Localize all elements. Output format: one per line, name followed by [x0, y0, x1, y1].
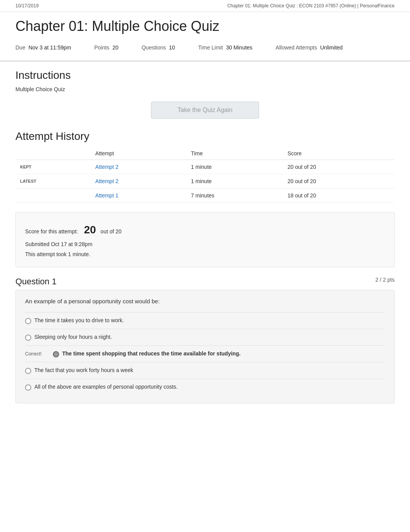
col-score: Score: [283, 147, 395, 160]
answer-row: All of the above are examples of persona…: [25, 384, 178, 391]
score-summary: Score for this attempt: 20 out of 20 Sub…: [15, 212, 395, 267]
answer-text: Sleeping only four hours a night.: [34, 334, 112, 340]
attempt-table: Attempt Time Score KEPTAttempt 21 minute…: [15, 147, 395, 203]
attempt-history: Attempt History Attempt Time Score KEPTA…: [15, 130, 395, 203]
table-row: KEPTAttempt 21 minute20 out of 20: [15, 160, 395, 174]
attempt-tag: KEPT: [15, 160, 91, 174]
breadcrumb: Chapter 01: Multiple Choice Quiz : ECON …: [227, 3, 395, 8]
take-quiz-button[interactable]: Take the Quiz Again: [151, 102, 259, 119]
points-label: Points: [94, 44, 109, 51]
correct-label: Correct!: [25, 350, 48, 357]
question-1-title: Question 1: [15, 277, 56, 287]
radio-circle[interactable]: [25, 318, 31, 324]
radio-circle[interactable]: [25, 384, 31, 391]
score-number: 20: [84, 224, 96, 236]
answer-row: The time spent shopping that reduces the…: [53, 350, 241, 357]
attempt-score: 18 out of 20: [283, 189, 395, 203]
answer-option: Sleeping only four hours a night.: [25, 329, 385, 345]
questions-label: Questions: [142, 44, 166, 51]
attempt-time: 1 minute: [186, 160, 283, 174]
due-item: Due Nov 3 at 11:59pm: [15, 44, 71, 51]
attempt-time: 7 minutes: [186, 189, 283, 203]
due-value: Nov 3 at 11:59pm: [29, 44, 71, 51]
attempt-history-title: Attempt History: [15, 130, 395, 143]
content: Instructions Multiple Choice Quiz Take t…: [0, 61, 410, 419]
answer-option: All of the above are examples of persona…: [25, 379, 385, 395]
attempt-link-cell[interactable]: Attempt 2: [91, 160, 186, 174]
attempt-link[interactable]: Attempt 1: [95, 192, 119, 199]
attempt-tag: LATEST: [15, 174, 91, 189]
attempt-tag: [15, 189, 91, 203]
answer-row: The fact that you work forty hours a wee…: [25, 367, 133, 374]
question-1-block: Question 1 2 / 2 pts An example of a per…: [15, 277, 395, 403]
radio-circle[interactable]: [25, 335, 31, 341]
col-attempt: Attempt: [91, 147, 186, 160]
radio-circle[interactable]: [53, 351, 59, 357]
allowed-item: Allowed Attempts Unlimited: [276, 44, 343, 51]
table-row: Attempt 17 minutes18 out of 20: [15, 189, 395, 203]
attempt-link[interactable]: Attempt 2: [95, 164, 119, 170]
answer-option: Correct!The time spent shopping that red…: [25, 345, 385, 362]
score-label: Score for this attempt:: [25, 228, 78, 235]
page-title: Chapter 01: Multiple Choice Quiz: [15, 18, 395, 34]
radio-circle[interactable]: [25, 368, 31, 374]
points-item: Points 20: [94, 44, 119, 51]
attempt-time: 1 minute: [186, 174, 283, 189]
answer-text: All of the above are examples of persona…: [34, 384, 178, 390]
attempt-score: 20 out of 20: [283, 160, 395, 174]
time-limit-item: Time Limit 30 Minutes: [198, 44, 252, 51]
attempt-link[interactable]: Attempt 2: [95, 178, 119, 184]
table-row: LATESTAttempt 21 minute20 out of 20: [15, 174, 395, 189]
attempt-score: 20 out of 20: [283, 174, 395, 189]
questions-item: Questions 10: [142, 44, 175, 51]
submitted-line: Submitted Oct 17 at 9:28pm: [25, 240, 385, 249]
answer-row: The time it takes you to drive to work.: [25, 317, 124, 324]
questions-value: 10: [169, 44, 175, 51]
allowed-value: Unlimited: [320, 44, 342, 51]
question-1-pts: 2 / 2 pts: [375, 277, 395, 283]
duration-line: This attempt took 1 minute.: [25, 250, 385, 259]
col-time: Time: [186, 147, 283, 160]
due-label: Due: [15, 44, 25, 51]
attempt-link-cell[interactable]: Attempt 2: [91, 174, 186, 189]
answer-text: The time it takes you to drive to work.: [34, 317, 124, 323]
page-header: Chapter 01: Multiple Choice Quiz Due Nov…: [0, 12, 410, 61]
date: 10/17/2019: [15, 3, 39, 8]
quiz-meta: Due Nov 3 at 11:59pm Points 20 Questions…: [15, 41, 395, 57]
answer-row: Sleeping only four hours a night.: [25, 334, 112, 341]
question-1-header: Question 1 2 / 2 pts: [15, 277, 395, 287]
time-limit-label: Time Limit: [198, 44, 223, 51]
attempt-link-cell[interactable]: Attempt 1: [91, 189, 186, 203]
instructions-text: Multiple Choice Quiz: [15, 86, 395, 92]
answer-option: The time it takes you to drive to work.: [25, 312, 385, 329]
answer-text: The fact that you work forty hours a wee…: [34, 367, 133, 373]
points-value: 20: [112, 44, 119, 51]
top-bar: 10/17/2019 Chapter 01: Multiple Choice Q…: [0, 0, 410, 12]
score-line: Score for this attempt: 20 out of 20: [25, 220, 385, 240]
col-tag: [15, 147, 91, 160]
question-1-content: An example of a personal opportunity cos…: [15, 290, 395, 403]
question-1-text: An example of a personal opportunity cos…: [25, 298, 385, 304]
answer-option: The fact that you work forty hours a wee…: [25, 362, 385, 379]
allowed-label: Allowed Attempts: [276, 44, 317, 51]
score-out-of: out of 20: [100, 228, 122, 235]
answer-text: The time spent shopping that reduces the…: [62, 350, 241, 357]
question-1-options: The time it takes you to drive to work.S…: [25, 312, 385, 395]
time-limit-value: 30 Minutes: [226, 44, 252, 51]
instructions-title: Instructions: [15, 69, 395, 82]
